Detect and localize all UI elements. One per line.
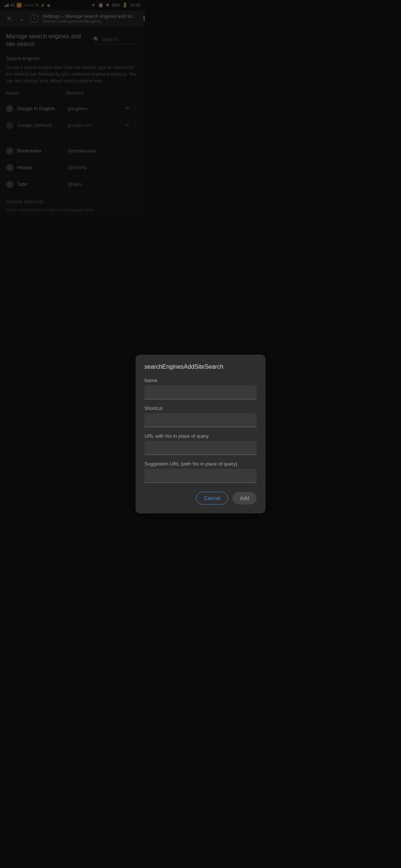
dialog-overlay: searchEnginesAddSiteSearch Name Shortcut… xyxy=(0,0,145,313)
